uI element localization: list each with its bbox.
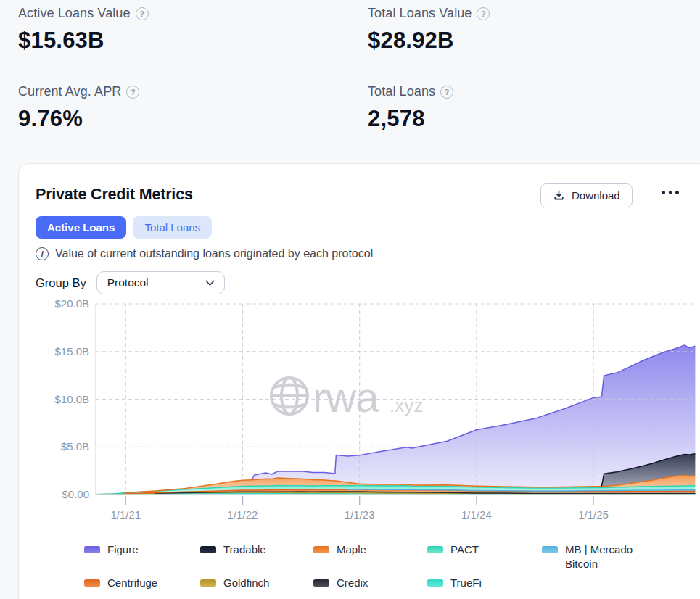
legend-label: Maple — [337, 542, 366, 557]
group-by-select[interactable]: Protocol — [96, 271, 225, 294]
legend-item-figure[interactable]: Figure — [84, 542, 200, 571]
legend-label: Figure — [107, 542, 139, 557]
rwa-watermark: rwa.xyz — [271, 373, 423, 421]
stat-current-avg-apr: Current Avg. APR ? 9.76% — [18, 84, 139, 132]
stat-value: $28.92B — [368, 28, 490, 54]
chart-description-row: i Value of current outstanding loans ori… — [36, 247, 373, 260]
download-button[interactable]: Download — [540, 183, 633, 207]
legend-item-centrifuge[interactable]: Centrifuge — [84, 576, 200, 590]
legend-item-pact[interactable]: PACT — [427, 542, 542, 571]
credix-swatch-icon — [313, 579, 329, 587]
help-icon[interactable]: ? — [136, 7, 149, 20]
centrifuge-swatch-icon — [84, 579, 100, 587]
legend-item-mb-mercado-bitcoin[interactable]: MB | Mercado Bitcoin — [542, 542, 700, 571]
y-axis-tick-label: $0.00 — [62, 488, 89, 500]
goldfinch-swatch-icon — [200, 579, 216, 587]
y-axis-tick-label: $20.0B — [54, 297, 89, 310]
stat-value: 2,578 — [368, 106, 453, 132]
stat-label: Active Loans Value — [18, 6, 131, 21]
group-by-label: Group By — [36, 276, 86, 290]
y-axis-tick-label: $15.0B — [54, 345, 89, 358]
chevron-down-icon — [205, 280, 215, 286]
card-title: Private Credit Metrics — [36, 186, 193, 204]
download-icon — [553, 189, 565, 202]
group-by-selected-value: Protocol — [107, 276, 149, 289]
legend-item-maple[interactable]: Maple — [313, 542, 427, 571]
more-options-icon[interactable] — [659, 188, 682, 197]
legend-label: Goldfinch — [223, 576, 269, 590]
private-credit-metrics-card: Private Credit Metrics Download Active L… — [18, 163, 700, 599]
stat-total-loans: Total Loans ? 2,578 — [368, 84, 453, 132]
stat-value: 9.76% — [18, 106, 139, 132]
help-icon[interactable]: ? — [477, 7, 490, 20]
truefi-swatch-icon — [427, 579, 443, 587]
legend-label: TrueFi — [450, 576, 482, 590]
stat-total-loans-value: Total Loans Value ? $28.92B — [368, 6, 490, 54]
svg-text:.xyz: .xyz — [390, 394, 423, 416]
info-icon: i — [36, 247, 49, 260]
stat-label: Total Loans Value — [368, 6, 472, 21]
legend-label: MB | Mercado Bitcoin — [565, 542, 652, 571]
x-axis-tick-label: 1/1/23 — [345, 508, 375, 521]
download-button-label: Download — [572, 189, 620, 202]
help-icon[interactable]: ? — [126, 86, 139, 99]
legend-label: Credix — [337, 576, 368, 590]
y-axis-tick-label: $5.0B — [61, 440, 89, 453]
legend-item-goldfinch[interactable]: Goldfinch — [200, 576, 313, 590]
x-axis-tick-label: 1/1/24 — [461, 508, 492, 521]
mb-mercado-bitcoin-swatch-icon — [542, 546, 558, 553]
tab-total-loans[interactable]: Total Loans — [133, 216, 212, 239]
group-by-row: Group By Protocol — [36, 271, 225, 294]
figure-swatch-icon — [84, 546, 100, 553]
tradable-swatch-icon — [200, 546, 216, 553]
svg-text:rwa: rwa — [313, 373, 379, 421]
stat-label: Total Loans — [368, 84, 435, 99]
legend-item-truefi[interactable]: TrueFi — [427, 576, 542, 590]
x-axis-tick-label: 1/1/22 — [228, 508, 258, 521]
x-axis-tick-label: 1/1/25 — [578, 508, 609, 521]
legend-item-tradable[interactable]: Tradable — [200, 542, 313, 571]
chart-legend: FigureTradableMaplePACTMB | Mercado Bitc… — [84, 542, 700, 590]
tab-active-loans[interactable]: Active Loans — [36, 216, 126, 239]
stat-value: $15.63B — [18, 28, 149, 54]
legend-label: Centrifuge — [107, 576, 157, 590]
metric-tabs: Active Loans Total Loans — [36, 216, 212, 239]
stat-label: Current Avg. APR — [18, 84, 121, 99]
pact-swatch-icon — [427, 546, 443, 553]
stat-active-loans-value: Active Loans Value ? $15.63B — [18, 6, 149, 54]
area-figure — [96, 345, 695, 495]
y-axis-tick-label: $10.0B — [54, 393, 89, 405]
maple-swatch-icon — [313, 546, 329, 553]
stacked-area-chart[interactable]: rwa.xyz$0.00$5.0B$10.0B$15.0B$20.0B1/1/2… — [19, 297, 700, 536]
chart-areas — [96, 345, 695, 495]
x-axis-tick-label: 1/1/21 — [110, 508, 141, 521]
legend-label: Tradable — [223, 542, 266, 557]
legend-label: PACT — [450, 542, 479, 557]
dashboard-page: Active Loans Value ? $15.63B Total Loans… — [0, 0, 700, 599]
help-icon[interactable]: ? — [440, 86, 453, 99]
chart-description: Value of current outstanding loans origi… — [55, 247, 373, 260]
legend-item-credix[interactable]: Credix — [313, 576, 427, 590]
